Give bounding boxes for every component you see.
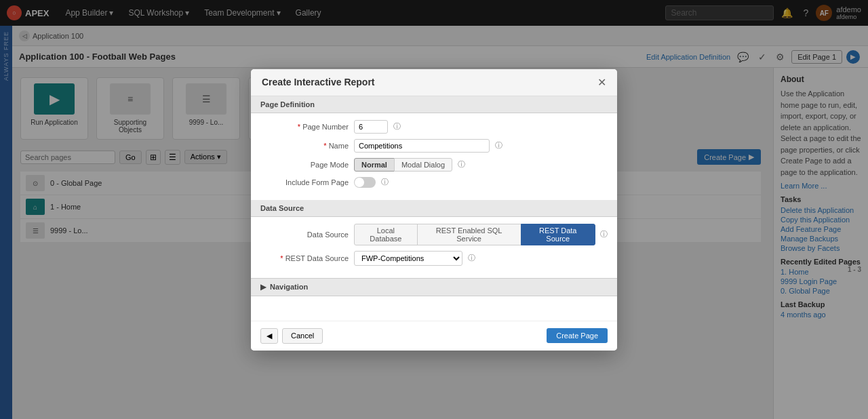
page-definition-section[interactable]: Page Definition [251,96,617,113]
ds-local-btn[interactable]: Local Database [354,224,418,245]
navigation-section[interactable]: ▶ Navigation [251,278,617,296]
data-source-label: Data Source [260,231,349,239]
form-row-name: * Name ⓘ [260,139,608,153]
create-page-submit-button[interactable]: Create Page [547,328,608,343]
form-row-rest-data-source: * REST Data Source FWP-Competitions ⓘ [260,251,608,266]
data-source-rows: Data Source Local Database REST Enabled … [251,217,617,278]
page-mode-label: Page Mode [260,161,349,169]
page-mode-group: Normal Modal Dialog [354,158,452,172]
back-button[interactable]: ◀ [260,328,278,344]
include-form-help-icon[interactable]: ⓘ [381,177,389,187]
rest-data-source-label: * REST Data Source [260,254,349,262]
data-source-section[interactable]: Data Source [251,200,617,217]
mode-normal-btn[interactable]: Normal [354,158,395,172]
rest-data-source-select[interactable]: FWP-Competitions [354,251,462,266]
page-number-input[interactable] [354,120,388,134]
form-row-page-mode: Page Mode Normal Modal Dialog ⓘ [260,158,608,172]
data-source-section-label: Data Source [260,204,304,212]
page-number-help-icon[interactable]: ⓘ [393,121,401,132]
required-star: * [298,123,300,131]
nav-expand-icon: ▶ [260,283,266,292]
required-star: * [323,142,326,150]
include-form-label: Include Form Page [260,178,349,186]
form-row-include-form: Include Form Page ⓘ [260,177,608,188]
modal-body: Page Definition * Page Number ⓘ * Name [251,96,617,321]
modal-footer: ◀ Cancel Create Page [251,321,617,351]
page-definition-label: Page Definition [260,100,315,108]
include-form-toggle[interactable] [354,177,376,188]
back-arrow-icon: ◀ [267,332,272,340]
ds-rest-btn[interactable]: REST Enabled SQL Service [417,224,521,245]
modal-close-button[interactable]: ✕ [597,76,606,89]
page-definition-rows: * Page Number ⓘ * Name ⓘ [251,113,617,200]
rest-data-help-icon[interactable]: ⓘ [468,253,475,263]
form-row-page-number: * Page Number ⓘ [260,120,608,134]
name-input[interactable] [354,139,490,153]
mode-modal-btn[interactable]: Modal Dialog [394,158,452,172]
modal-body-spacer [251,296,617,321]
modal-title: Create Interactive Report [262,77,375,87]
footer-left: ◀ Cancel [260,328,323,344]
cancel-button[interactable]: Cancel [282,328,323,344]
name-label: * Name [260,142,349,150]
create-report-modal: Create Interactive Report ✕ Page Definit… [251,69,617,351]
modal-overlay: Create Interactive Report ✕ Page Definit… [0,0,868,419]
form-row-data-source: Data Source Local Database REST Enabled … [260,224,608,245]
name-help-icon[interactable]: ⓘ [495,140,502,151]
navigation-label: Navigation [270,283,308,291]
data-source-help-icon[interactable]: ⓘ [600,229,608,239]
page-number-label: * Page Number [260,123,349,131]
page-mode-help-icon[interactable]: ⓘ [458,159,465,169]
modal-header: Create Interactive Report ✕ [251,69,617,96]
ds-rest-data-btn[interactable]: REST Data Source [521,224,596,245]
required-star: * [280,254,283,262]
toggle-knob [355,178,364,187]
data-source-btn-group: Local Database REST Enabled SQL Service … [354,224,595,245]
